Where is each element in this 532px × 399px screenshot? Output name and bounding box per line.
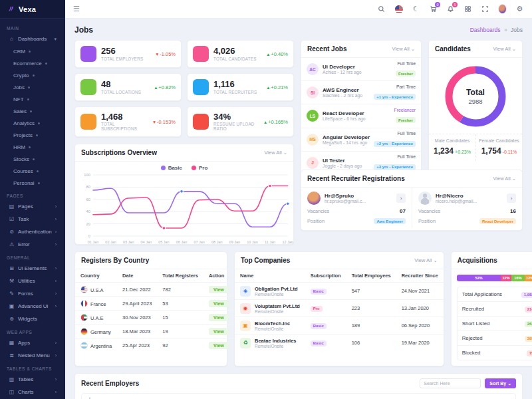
sidebar-item[interactable]: ≣ Nested Menu › bbox=[3, 349, 62, 362]
user-avatar[interactable] bbox=[498, 5, 507, 13]
job-company-time: MegaSoft - 14 hrs ago bbox=[323, 140, 370, 145]
sidebar-item[interactable]: ⚠ Error › bbox=[3, 238, 62, 251]
notifications-bell-icon[interactable]: 5 bbox=[446, 5, 455, 13]
sidebar-item[interactable]: Personal bbox=[0, 177, 65, 189]
sidebar-item[interactable]: CRM bbox=[0, 45, 65, 57]
sidebar-item[interactable]: ✎ Forms › bbox=[3, 287, 62, 300]
register-total: 15 bbox=[157, 311, 203, 325]
sidebar-item[interactable]: ▤ Pages › bbox=[3, 200, 62, 213]
svg-text:0: 0 bbox=[88, 234, 90, 238]
stat-card[interactable]: 4,026 TOTAL CANDIDATES ▴ +0.40% bbox=[187, 40, 294, 68]
view-button[interactable]: View bbox=[209, 300, 229, 307]
sidebar-item[interactable]: ⌂ Dashboards ▾ bbox=[3, 33, 62, 45]
chevron-icon: › bbox=[55, 340, 57, 345]
recruiter-since: 13.Jan 2020 bbox=[396, 300, 444, 317]
stat-card[interactable]: 1,116 TOTAL RECRUITERS ▴ +0.21% bbox=[187, 73, 294, 101]
svg-text:100: 100 bbox=[84, 173, 90, 177]
sidebar-item[interactable]: Jobs bbox=[0, 81, 65, 93]
svg-text:12 Jan: 12 Jan bbox=[282, 240, 293, 244]
cart-badge: 0 bbox=[435, 2, 440, 7]
sidebar-item[interactable]: Courses bbox=[0, 165, 65, 177]
job-avatar: MS bbox=[307, 134, 319, 146]
sidebar-item[interactable]: ◫ Charts › bbox=[3, 386, 62, 398]
dark-mode-moon-icon[interactable]: ☾ bbox=[412, 5, 420, 13]
chevron-icon: › bbox=[55, 266, 57, 271]
sidebar-item[interactable]: ▣ Advanced Ui › bbox=[3, 300, 62, 313]
stat-label: RESSUME UPLOAD RATIO bbox=[213, 122, 259, 131]
sidebar-item[interactable]: Ecommerce bbox=[0, 57, 65, 69]
view-button[interactable]: View bbox=[209, 342, 229, 349]
stat-card[interactable]: 34% RESSUME UPLOAD RATIO ▴ +0.165% bbox=[187, 106, 294, 137]
sidebar-item[interactable]: Stocks bbox=[0, 153, 65, 165]
breadcrumb-parent[interactable]: Dashboards bbox=[470, 27, 501, 33]
stat-card[interactable]: 1,468 TOTAL SUBSCRIPTIONS ▾ -0.153% bbox=[74, 106, 182, 137]
sidebar-item-label: Courses bbox=[13, 168, 33, 174]
sidebar-item[interactable]: ☑ Task › bbox=[3, 213, 62, 225]
sidebar-item[interactable]: Sales bbox=[0, 105, 65, 117]
cart-icon[interactable]: 0 bbox=[429, 5, 438, 13]
view-button[interactable]: View bbox=[209, 314, 229, 321]
sidebar-item-label: CRM bbox=[13, 49, 25, 55]
chevron-icon: › bbox=[55, 353, 57, 358]
sidebar-item[interactable]: ⊕ Widgets bbox=[3, 313, 62, 325]
view-button[interactable]: View bbox=[209, 328, 229, 335]
search-icon[interactable] bbox=[377, 5, 386, 13]
sidebar-item[interactable]: ⊞ Ui Elements › bbox=[3, 262, 62, 275]
view-button[interactable]: View bbox=[209, 286, 229, 293]
chevron-icon: › bbox=[55, 377, 57, 382]
legend-item[interactable]: Basic bbox=[161, 165, 182, 171]
top-companies-view-all[interactable]: View All ⌄ bbox=[414, 257, 438, 263]
stat-card[interactable]: 256 TOTAL EMPLOYERS ▾ -1.05% bbox=[74, 40, 182, 68]
column-header: Subscription bbox=[305, 269, 346, 283]
recent-jobs-view-all[interactable]: View All ⌄ bbox=[392, 46, 416, 52]
job-list-item[interactable]: SI AWS Engineer Siachles - 2 hrs ago Par… bbox=[301, 81, 421, 104]
sidebar-item[interactable]: MAIN bbox=[0, 21, 65, 33]
fullscreen-icon[interactable] bbox=[481, 5, 489, 13]
sidebar-item[interactable]: ⊘ Authentication › bbox=[3, 225, 62, 238]
sidebar-item[interactable]: TABLES & CHARTS bbox=[0, 362, 65, 373]
bullet-dot-icon bbox=[37, 170, 39, 172]
sidebar-item[interactable]: Analytics bbox=[0, 117, 65, 129]
bullet-dot-icon bbox=[27, 98, 29, 100]
recruiter-open-button[interactable]: › bbox=[396, 194, 406, 203]
job-list-item[interactable]: AC Ui Developer Achies - 12 hrs ago Full… bbox=[301, 58, 421, 81]
hamburger-menu-icon[interactable]: ☰ bbox=[73, 5, 80, 13]
sidebar-item-label: WEB APPS bbox=[7, 330, 32, 334]
sidebar-item[interactable]: HRM bbox=[0, 141, 65, 153]
sidebar-item[interactable]: PAGES bbox=[0, 189, 65, 200]
search-input[interactable] bbox=[420, 378, 481, 388]
company-logo-icon: ♻ bbox=[240, 338, 251, 348]
sort-by-button[interactable]: Sort By ⌄ bbox=[485, 378, 516, 388]
stat-card[interactable]: 48 TOTAL LOCATIONS ▴ +0.82% bbox=[74, 73, 182, 101]
sidebar-item-icon: ☑ bbox=[9, 216, 15, 222]
sidebar-item[interactable]: ▥ Tables › bbox=[3, 373, 62, 386]
company-logo-icon: ◈ bbox=[240, 286, 251, 297]
sidebar-item[interactable]: GENERAL bbox=[0, 251, 65, 262]
sidebar-item[interactable]: Crypto bbox=[0, 69, 65, 81]
sidebar-item[interactable]: ⚒ Utilities › bbox=[3, 275, 62, 287]
sidebar-item[interactable]: WEB APPS bbox=[0, 325, 65, 336]
apps-grid-icon[interactable] bbox=[464, 5, 472, 13]
subscriptions-view-all[interactable]: View All ⌄ bbox=[265, 150, 288, 156]
job-list-item[interactable]: LS React Developer LifeSpace - 6 hrs ago… bbox=[301, 104, 421, 128]
sidebar-item[interactable]: ▦ Apps › bbox=[3, 336, 62, 349]
acquisitions-progress-bar: 52%12%16%12%8% bbox=[457, 275, 532, 281]
settings-gear-icon[interactable]: ⚙ bbox=[515, 5, 524, 13]
recruiter-open-button[interactable]: › bbox=[507, 194, 516, 203]
job-list-item[interactable]: MS Angular Developer MegaSoft - 14 hrs a… bbox=[301, 128, 421, 152]
sidebar-item[interactable]: Projects bbox=[0, 129, 65, 141]
bullet-dot-icon bbox=[38, 122, 40, 124]
recruiters-view-all[interactable]: View All ⌄ bbox=[493, 176, 517, 182]
legend-item[interactable]: Pro bbox=[192, 165, 207, 171]
recruiter-since: 06.Sep 2020 bbox=[396, 317, 444, 334]
breadcrumb-current: Jobs bbox=[511, 27, 523, 33]
sidebar-item-icon: ⚒ bbox=[9, 278, 15, 284]
bullet-dot-icon bbox=[45, 63, 47, 65]
table-row: ♻ Beatae IndustriesRemote/Onsite Basic 1… bbox=[235, 334, 444, 352]
candidates-view-all[interactable]: View All ⌄ bbox=[493, 46, 517, 52]
sidebar-item[interactable]: NFT bbox=[0, 93, 65, 105]
brand-logo[interactable]: 〃 Vexa bbox=[0, 0, 65, 19]
stat-delta: ▴ +0.40% bbox=[267, 51, 288, 57]
acquisition-label: Recruited bbox=[462, 306, 484, 312]
language-flag-icon[interactable] bbox=[394, 5, 403, 13]
